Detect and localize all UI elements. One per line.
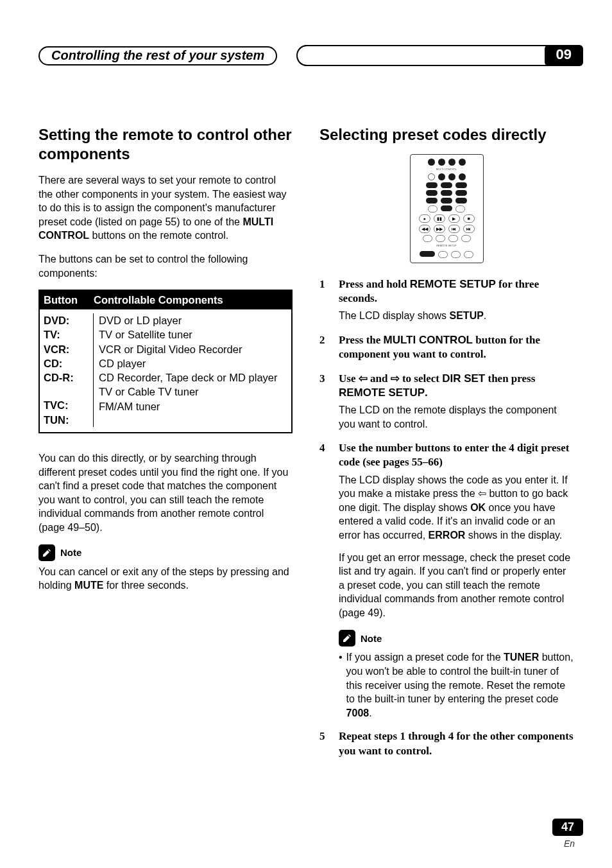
step-title: Repeat steps 1 through 4 for the other c… (339, 729, 574, 758)
left-para-1: There are several ways to set your remot… (38, 173, 293, 243)
step-number: 3 (319, 372, 328, 400)
step-body: The LCD display shows the code as you en… (339, 473, 574, 620)
language-indicator: En (564, 838, 575, 849)
page-number-badge: 47 (552, 819, 583, 836)
left-note-body: You can cancel or exit any of the steps … (38, 565, 293, 593)
numpad-0 (441, 205, 452, 211)
chapter-number-badge: 09 (545, 45, 583, 66)
remote-setup-label: REMOTE SETUP (414, 245, 480, 247)
left-para-2: The buttons can be set to control the fo… (38, 252, 293, 280)
step-body: The LCD on the remote displays the compo… (339, 403, 574, 431)
right-column: Selecting preset codes directly MULTI CO… (319, 125, 574, 768)
table-row: CD-R: (44, 372, 74, 383)
remote-control-figure: MULTI CONTROL ●▮▮▶■ ◀◀▶▶⏮⏭ REMOTE SETUP (410, 154, 484, 263)
numpad-5 (441, 190, 452, 196)
note-callout: Note (339, 630, 574, 647)
note-callout: Note (38, 544, 293, 561)
table-row: TV: (44, 329, 60, 340)
arrow-left-icon: ⇦ (359, 372, 368, 386)
components-table: Button Controllable Components DVD: TV: … (38, 290, 293, 433)
step-number: 2 (319, 333, 328, 361)
table-row: CD Recorder, Tape deck or MD player (99, 370, 287, 385)
step-body: The LCD display shows SETUP. (339, 309, 574, 323)
left-heading: Setting the remote to control other comp… (38, 125, 293, 164)
arrow-left-icon: ⇦ (478, 487, 486, 501)
table-row: VCR or Digital Video Recorder (99, 342, 287, 356)
table-row: TVC: (44, 399, 69, 411)
numpad-2 (441, 182, 452, 188)
table-header: Button Controllable Components (40, 291, 291, 309)
arrow-right-icon: ⇨ (391, 372, 400, 386)
numpad-9 (455, 198, 467, 204)
left-para-3: You can do this directly, or by searchin… (38, 451, 293, 535)
numpad-8 (441, 198, 452, 204)
table-row: CD player (99, 356, 287, 370)
step-title: Press the MULTI CONTROL button for the c… (339, 333, 574, 361)
header-rule: 09 (296, 45, 583, 66)
table-row: CD: (44, 358, 62, 369)
numpad-4 (426, 190, 438, 196)
table-row: DVD: (44, 315, 69, 326)
pencil-icon (339, 630, 355, 647)
step-item: 3 Use ⇦ and ⇨ to select DIR SET then pre… (319, 372, 574, 431)
right-heading: Selecting preset codes directly (319, 125, 574, 144)
table-header-components: Controllable Components (94, 294, 223, 306)
header-title-pill: Controlling the rest of your system (38, 46, 277, 65)
step-item: 2 Press the MULTI CONTROL button for the… (319, 333, 574, 361)
table-row: TV or Satellite tuner (99, 327, 287, 342)
page-header: Controlling the rest of your system 09 (38, 45, 583, 66)
step-title: Press and hold REMOTE SETUP for three se… (339, 277, 574, 306)
table-row: FM/AM tuner (99, 399, 287, 413)
left-column: Setting the remote to control other comp… (38, 125, 293, 768)
numpad-7 (426, 198, 438, 204)
step-item: 5 Repeat steps 1 through 4 for the other… (319, 729, 574, 758)
note-label: Note (361, 633, 382, 644)
note-label: Note (60, 547, 81, 558)
numpad-3 (455, 182, 467, 188)
step-number: 5 (319, 729, 328, 758)
step-title: Use the number buttons to enter the 4 di… (339, 441, 574, 469)
table-header-button: Button (44, 294, 94, 306)
step-item: 4 Use the number buttons to enter the 4 … (319, 441, 574, 620)
table-row: DVD or LD player (99, 313, 287, 327)
pencil-icon (38, 544, 55, 561)
numpad-6 (455, 190, 467, 196)
table-row: TUN: (44, 414, 69, 426)
numpad-1 (426, 182, 438, 188)
step-number: 4 (319, 441, 328, 469)
right-note-bullet: • If you assign a preset code for the TU… (339, 650, 574, 720)
step-title: Use ⇦ and ⇨ to select DIR SET then press… (339, 372, 574, 400)
step-item: 1 Press and hold REMOTE SETUP for three … (319, 277, 574, 323)
table-row: VCR: (44, 343, 69, 355)
table-row: TV or Cable TV tuner (99, 385, 287, 399)
steps-list: 1 Press and hold REMOTE SETUP for three … (319, 277, 574, 620)
step-number: 1 (319, 277, 328, 306)
